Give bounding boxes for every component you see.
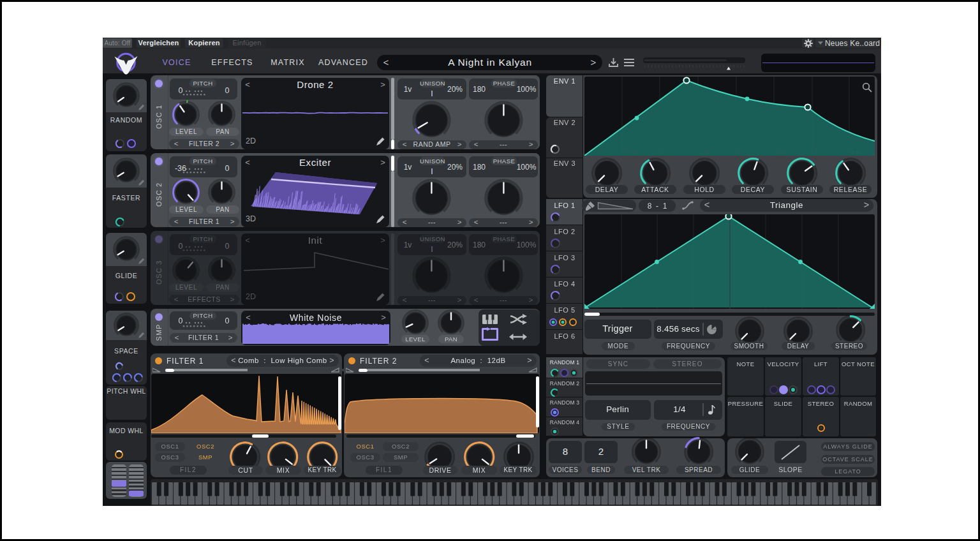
svg-text:3s: 3s [814,149,819,155]
svg-text:1s: 1s [662,149,667,155]
svg-text:2s: 2s [738,149,743,155]
svg-text:1.5s: 1.5s [700,149,709,155]
svg-text:500ms: 500ms [624,149,639,155]
svg-text:2.5s: 2.5s [776,149,785,155]
